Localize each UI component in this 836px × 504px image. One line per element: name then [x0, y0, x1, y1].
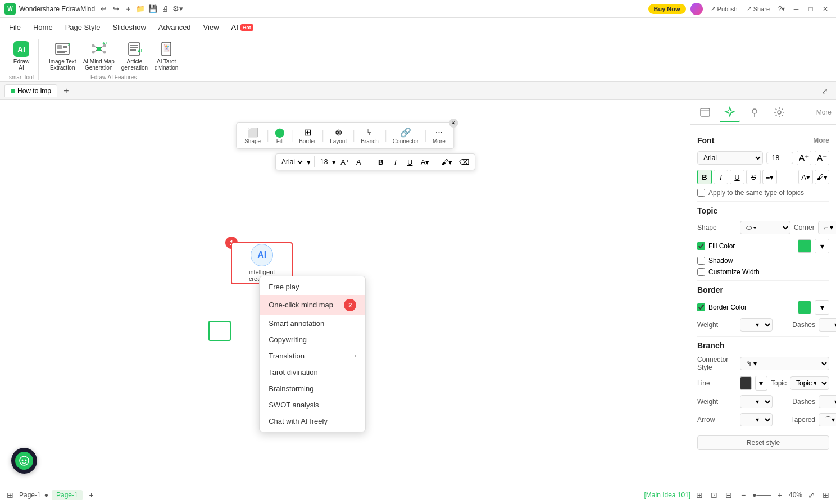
ct-border[interactable]: ⊞ Border	[294, 125, 320, 146]
add-page-button[interactable]: +	[86, 489, 97, 501]
menu-advanced[interactable]: Advanced	[153, 21, 197, 34]
zoom-in-icon[interactable]: +	[774, 489, 785, 501]
border-color-checkbox[interactable]	[697, 303, 705, 311]
menu-ai[interactable]: AI Hot	[226, 21, 259, 34]
fullscreen-icon[interactable]: ⤢	[806, 489, 817, 501]
font-increase-btn[interactable]: A⁺	[338, 157, 352, 167]
canvas-area[interactable]: ⬜ Shape ⬤ Fill ⊞ Border ⊛ Layout ⑂ Branc…	[0, 100, 690, 485]
fill-color-dropdown[interactable]: ▾	[815, 239, 829, 253]
underline-button[interactable]: U	[404, 157, 416, 167]
close-button[interactable]: ✕	[819, 3, 832, 15]
ctx-brainstorming[interactable]: Brainstorming	[260, 380, 365, 397]
font-larger-btn[interactable]: A⁺	[797, 151, 811, 165]
sidebar-toggle-icon[interactable]: ⊞	[4, 489, 16, 501]
toolbar-ai-mindmap[interactable]: AI AI Mind MapGeneration	[80, 39, 118, 73]
customize-width-checkbox[interactable]	[697, 268, 705, 276]
border-color-swatch[interactable]	[798, 301, 811, 314]
ctx-chat-ai[interactable]: Chat with AI freely	[260, 413, 365, 429]
ctx-swot[interactable]: SWOT analysis	[260, 397, 365, 413]
ct-connector[interactable]: 🔗 Connector	[388, 125, 423, 146]
ctx-free-play[interactable]: Free play	[260, 279, 365, 295]
fill-color-checkbox[interactable]	[697, 242, 705, 250]
toolbar-edraw-ai[interactable]: AI EdrawAI	[10, 39, 33, 73]
print-icon[interactable]: 🖨	[160, 4, 170, 14]
ct-shape[interactable]: ⬜ Shape	[240, 125, 265, 146]
underline-fmt-btn[interactable]: U	[730, 170, 744, 184]
menu-view[interactable]: View	[198, 21, 225, 34]
eraser-btn[interactable]: ⌫	[457, 157, 471, 167]
corner-select[interactable]: ⌐ ▾	[818, 221, 836, 234]
font-smaller-btn[interactable]: A⁻	[815, 151, 829, 165]
user-avatar[interactable]	[690, 3, 703, 15]
ct-more[interactable]: ··· More	[428, 126, 450, 146]
ai-chat-bubble[interactable]	[11, 448, 37, 474]
buy-now-button[interactable]: Buy Now	[648, 4, 686, 14]
toolbar-article[interactable]: AI Articlegeneration	[118, 39, 151, 73]
ctx-copywriting[interactable]: Copywriting	[260, 332, 365, 348]
panel-more-label[interactable]: More	[816, 108, 832, 116]
ct-branch[interactable]: ⑂ Branch	[356, 126, 383, 146]
ctx-tarot-divination[interactable]: Tarot divination	[260, 364, 365, 380]
new-icon[interactable]: ＋	[123, 4, 133, 14]
align-fmt-btn[interactable]: ≡▾	[762, 170, 777, 184]
shape-select[interactable]: ⬭ ▾	[740, 221, 790, 234]
weight2-select[interactable]: ──▾	[740, 395, 773, 408]
dashes2-select[interactable]: ──▾	[819, 395, 836, 408]
zoom-slider[interactable]: ●───	[752, 491, 771, 499]
border-color-dropdown[interactable]: ▾	[815, 300, 829, 315]
panel-tab-ai[interactable]	[720, 102, 740, 122]
zoom-out-icon[interactable]: −	[738, 489, 749, 501]
apply-same-checkbox[interactable]	[697, 189, 705, 197]
save-icon[interactable]: 💾	[148, 4, 158, 14]
ctx-translation[interactable]: Translation ›	[260, 348, 365, 364]
reset-style-button[interactable]: Reset style	[697, 435, 829, 450]
undo-icon[interactable]: ↩	[98, 4, 108, 14]
help-button[interactable]: ?▾	[775, 3, 788, 15]
toolbar-tarot[interactable]: 🃏 AI Tarotdivination	[151, 39, 181, 73]
topic-select[interactable]: Topic ▾	[790, 376, 829, 390]
second-mind-node[interactable]	[208, 321, 231, 341]
minimize-button[interactable]: ─	[790, 3, 802, 15]
dashes-select[interactable]: ──▾	[819, 318, 836, 332]
redo-icon[interactable]: ↪	[111, 4, 121, 14]
highlight-btn[interactable]: 🖌▾	[815, 170, 829, 184]
strikethrough-fmt-btn[interactable]: S	[746, 170, 761, 184]
tab-expand-icon[interactable]: ⤢	[818, 84, 832, 98]
toolbar-image-text[interactable]: AI Image TextExtraction	[46, 39, 80, 73]
panel-tab-pin[interactable]	[744, 102, 765, 122]
tab-how-to-imp[interactable]: How to imp	[4, 84, 57, 97]
tab-add-button[interactable]: +	[60, 84, 73, 98]
tapered-select[interactable]: ⌒▾	[819, 413, 836, 426]
fit-page-icon[interactable]: ⊡	[708, 489, 720, 501]
more-icon[interactable]: ⚙▾	[172, 4, 183, 14]
ctx-smart-annotation[interactable]: Smart annotation	[260, 315, 365, 332]
menu-slideshow[interactable]: Slideshow	[107, 21, 152, 34]
ctx-one-click-mindmap[interactable]: One-click mind map 2	[260, 295, 365, 315]
ct-fill[interactable]: ⬤ Fill	[270, 125, 289, 146]
paint-btn[interactable]: 🖌▾	[439, 157, 455, 167]
font-more-btn[interactable]: More	[813, 137, 829, 144]
panel-tab-settings[interactable]	[769, 102, 789, 122]
italic-button[interactable]: I	[389, 157, 402, 167]
menu-page-style[interactable]: Page Style	[60, 21, 106, 34]
bold-button[interactable]: B	[375, 157, 387, 167]
menu-file[interactable]: File	[3, 21, 26, 34]
publish-button[interactable]: ↗ Publish	[707, 3, 741, 15]
connector-style-select[interactable]: ↰ ▾	[740, 357, 829, 370]
italic-fmt-btn[interactable]: I	[714, 170, 728, 184]
font-color-panel-btn[interactable]: A▾	[798, 170, 813, 184]
fit-icon[interactable]: ⊞	[820, 489, 832, 501]
share-button[interactable]: ↗ Share	[743, 3, 773, 15]
folder-icon[interactable]: 📁	[135, 4, 146, 14]
fit-width-icon[interactable]: ⊟	[723, 489, 734, 501]
font-size-input[interactable]	[766, 152, 793, 164]
weight-select[interactable]: ──▾	[740, 318, 773, 332]
font-name-select[interactable]: Arial	[697, 151, 763, 165]
line-color-swatch[interactable]	[740, 376, 752, 390]
bold-fmt-btn[interactable]: B	[697, 170, 712, 184]
shadow-checkbox[interactable]	[697, 257, 705, 265]
line-color-dropdown[interactable]: ▾	[755, 376, 767, 391]
page-tab-active[interactable]: Page-1	[52, 490, 83, 500]
layout-icon-bottom[interactable]: ⊞	[694, 489, 705, 501]
font-select[interactable]: Arial	[279, 157, 305, 166]
